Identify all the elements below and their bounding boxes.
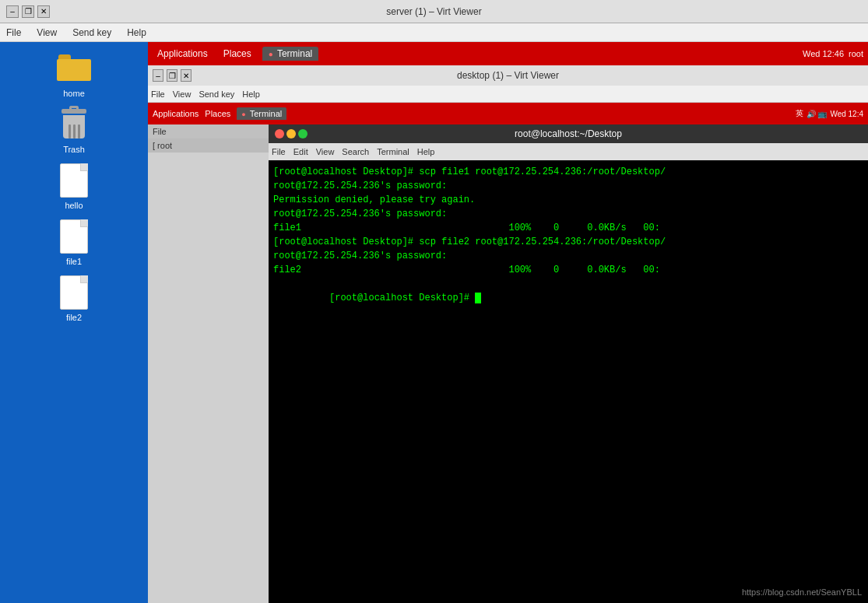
terminal-line-2: root@172.25.254.236's password: [273, 179, 863, 193]
inner-taskbar-time: Wed 12:4 [830, 110, 863, 118]
file-manager-panel: File [ root [148, 124, 272, 603]
inner-maximize-btn[interactable]: ❐ [167, 69, 177, 82]
outer-menu-file[interactable]: File [3, 26, 24, 40]
terminal-menu-terminal[interactable]: Terminal [377, 147, 409, 156]
inner-taskbar-apps[interactable]: Applications [153, 109, 199, 118]
terminal-window: root@localhost:~/Desktop File Edit View … [269, 124, 868, 603]
terminal-line-3: Permission denied, please try again. [273, 193, 863, 207]
outer-menu-bar: File View Send key Help [0, 23, 868, 42]
terminal-line-4: root@172.25.254.236's password: [273, 207, 863, 221]
inner-taskbar: Applications Places ● Terminal 英 🔊 📺 Wed… [148, 103, 868, 124]
inner-taskbar-places[interactable]: Places [205, 109, 230, 118]
file-manager-subheader: [ root [148, 138, 272, 153]
outer-taskbar: Applications Places ● Terminal Wed 12:46… [148, 42, 868, 65]
outer-menu-view[interactable]: View [33, 26, 60, 40]
terminal-menu-search[interactable]: Search [342, 147, 369, 156]
terminal-line-8: file2 100% 0 0.0KB/s 00: [273, 263, 863, 277]
desktop-icon-home-label: home [63, 89, 85, 98]
desktop-icon-file1[interactable]: file1 [43, 218, 105, 266]
inner-window: – ❐ ✕ desktop (1) – Virt Viewer File Vie… [148, 65, 868, 603]
desktop-icon-file2[interactable]: file2 [43, 274, 105, 322]
terminal-body[interactable]: [root@localhost Desktop]# scp file1 root… [269, 160, 868, 603]
inner-close-btn[interactable]: ✕ [181, 69, 192, 82]
outer-desktop: home Trash [0, 42, 148, 603]
terminal-menu-help[interactable]: Help [417, 147, 435, 156]
terminal-min-btn[interactable] [286, 129, 296, 138]
outer-menu-sendkey[interactable]: Send key [69, 26, 114, 40]
terminal-line-7: root@172.25.254.236's password: [273, 249, 863, 263]
desktop-icon-trash-label: Trash [63, 145, 85, 154]
terminal-title-bar: root@localhost:~/Desktop [269, 124, 868, 143]
outer-window-title: server (1) – Virt Viewer [53, 6, 815, 17]
outer-taskbar-user: root [849, 49, 863, 58]
terminal-max-btn[interactable] [298, 129, 307, 138]
watermark: https://blog.csdn.net/SeanYBLL [742, 587, 862, 597]
inner-title-bar: – ❐ ✕ desktop (1) – Virt Viewer [148, 65, 868, 86]
inner-taskbar-lang: 英 [796, 108, 803, 119]
desktop-icon-hello[interactable]: hello [43, 162, 105, 210]
terminal-title-text: root@localhost:~/Desktop [314, 128, 823, 139]
desktop-icon-trash[interactable]: Trash [43, 106, 105, 154]
inner-window-title: desktop (1) – Virt Viewer [192, 70, 824, 81]
inner-menu-bar: File View Send key Help [148, 86, 868, 103]
terminal-close-btn[interactable] [275, 129, 284, 138]
inner-taskbar-terminal[interactable]: ● Terminal [237, 107, 286, 120]
terminal-menu-view[interactable]: View [316, 147, 335, 156]
outer-taskbar-terminal[interactable]: ● Terminal [262, 47, 319, 61]
terminal-line-5: file1 100% 0 0.0KB/s 00: [273, 221, 863, 235]
terminal-menu-edit[interactable]: Edit [293, 147, 308, 156]
desktop-icon-hello-label: hello [65, 201, 83, 210]
terminal-cursor [475, 293, 481, 303]
terminal-line-9: [root@localhost Desktop]# [273, 277, 863, 319]
desktop-icon-file1-label: file1 [66, 257, 82, 266]
terminal-line-6: [root@localhost Desktop]# scp file2 root… [273, 235, 863, 249]
desktop-icon-file2-label: file2 [66, 313, 82, 322]
outer-menu-help[interactable]: Help [124, 26, 149, 40]
outer-title-bar: – ❐ ✕ server (1) – Virt Viewer [0, 0, 868, 23]
inner-menu-view[interactable]: View [173, 89, 192, 99]
inner-menu-sendkey[interactable]: Send key [199, 89, 234, 99]
desktop-icon-home[interactable]: home [43, 50, 105, 98]
file-manager-header: File [148, 124, 272, 138]
inner-menu-file[interactable]: File [151, 89, 165, 99]
inner-minimize-btn[interactable]: – [153, 69, 163, 82]
terminal-menu-file[interactable]: File [272, 147, 286, 156]
outer-window: – ❐ ✕ server (1) – Virt Viewer File View… [0, 0, 868, 603]
outer-close-btn[interactable]: ✕ [37, 5, 50, 18]
outer-minimize-btn[interactable]: – [6, 5, 19, 18]
outer-taskbar-time: Wed 12:46 [803, 49, 844, 58]
outer-maximize-btn[interactable]: ❐ [22, 5, 34, 18]
terminal-line-1: [root@localhost Desktop]# scp file1 root… [273, 165, 863, 179]
outer-taskbar-places[interactable]: Places [219, 47, 256, 61]
inner-taskbar-icons: 🔊 📺 [807, 110, 828, 118]
outer-taskbar-apps[interactable]: Applications [153, 47, 213, 61]
inner-menu-help[interactable]: Help [242, 89, 260, 99]
terminal-menu-bar: File Edit View Search Terminal Help [269, 143, 868, 160]
